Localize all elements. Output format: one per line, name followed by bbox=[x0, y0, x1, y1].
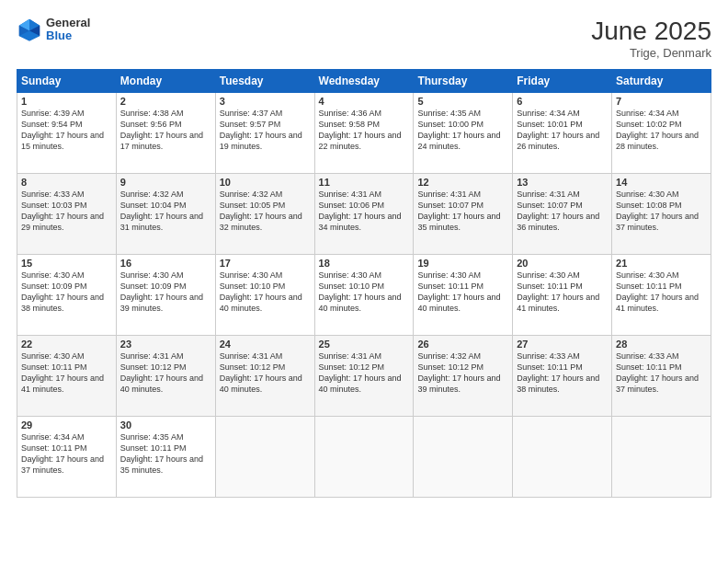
day-info: Sunrise: 4:33 AM Sunset: 10:11 PM Daylig… bbox=[517, 350, 608, 396]
header-friday: Friday bbox=[513, 70, 612, 93]
day-info: Sunrise: 4:32 AM Sunset: 10:12 PM Daylig… bbox=[417, 350, 508, 396]
calendar-cell: 28Sunrise: 4:33 AM Sunset: 10:11 PM Dayl… bbox=[612, 336, 711, 417]
calendar-week-3: 15Sunrise: 4:30 AM Sunset: 10:09 PM Dayl… bbox=[17, 255, 711, 336]
calendar-cell: 23Sunrise: 4:31 AM Sunset: 10:12 PM Dayl… bbox=[116, 336, 215, 417]
calendar-cell: 3Sunrise: 4:37 AM Sunset: 9:57 PM Daylig… bbox=[215, 93, 314, 174]
day-info: Sunrise: 4:30 AM Sunset: 10:11 PM Daylig… bbox=[517, 270, 608, 315]
calendar-cell: 24Sunrise: 4:31 AM Sunset: 10:12 PM Dayl… bbox=[215, 336, 314, 417]
day-info: Sunrise: 4:32 AM Sunset: 10:05 PM Daylig… bbox=[220, 189, 311, 234]
calendar-cell: 19Sunrise: 4:30 AM Sunset: 10:11 PM Dayl… bbox=[414, 255, 513, 336]
day-info: Sunrise: 4:30 AM Sunset: 10:09 PM Daylig… bbox=[21, 270, 112, 315]
day-info: Sunrise: 4:31 AM Sunset: 10:12 PM Daylig… bbox=[120, 350, 211, 396]
calendar-cell bbox=[314, 417, 414, 498]
day-number: 13 bbox=[517, 177, 608, 188]
day-number: 16 bbox=[120, 258, 211, 269]
day-info: Sunrise: 4:31 AM Sunset: 10:07 PM Daylig… bbox=[417, 189, 508, 234]
calendar-cell: 30Sunrise: 4:35 AM Sunset: 10:11 PM Dayl… bbox=[116, 417, 215, 498]
title-block: June 2025 Trige, Denmark bbox=[591, 17, 711, 60]
calendar-cell bbox=[513, 417, 612, 498]
calendar-subtitle: Trige, Denmark bbox=[591, 46, 711, 60]
calendar-header: Sunday Monday Tuesday Wednesday Thursday… bbox=[17, 70, 711, 93]
header-sunday: Sunday bbox=[17, 70, 117, 93]
day-number: 21 bbox=[616, 258, 707, 269]
calendar-week-2: 8Sunrise: 4:33 AM Sunset: 10:03 PM Dayli… bbox=[17, 174, 711, 255]
calendar-cell: 12Sunrise: 4:31 AM Sunset: 10:07 PM Dayl… bbox=[414, 174, 513, 255]
calendar-cell: 14Sunrise: 4:30 AM Sunset: 10:08 PM Dayl… bbox=[612, 174, 711, 255]
day-info: Sunrise: 4:31 AM Sunset: 10:06 PM Daylig… bbox=[319, 189, 410, 234]
calendar-cell: 4Sunrise: 4:36 AM Sunset: 9:58 PM Daylig… bbox=[314, 93, 414, 174]
calendar-cell: 5Sunrise: 4:35 AM Sunset: 10:00 PM Dayli… bbox=[414, 93, 513, 174]
day-number: 4 bbox=[319, 96, 410, 107]
logo: General Blue bbox=[17, 17, 90, 43]
day-number: 6 bbox=[517, 96, 608, 107]
calendar-cell: 8Sunrise: 4:33 AM Sunset: 10:03 PM Dayli… bbox=[17, 174, 117, 255]
day-info: Sunrise: 4:34 AM Sunset: 10:11 PM Daylig… bbox=[21, 431, 112, 477]
calendar-table: Sunday Monday Tuesday Wednesday Thursday… bbox=[17, 69, 711, 498]
calendar-cell: 11Sunrise: 4:31 AM Sunset: 10:06 PM Dayl… bbox=[314, 174, 414, 255]
header-thursday: Thursday bbox=[414, 70, 513, 93]
day-number: 23 bbox=[120, 339, 211, 350]
header-monday: Monday bbox=[116, 70, 215, 93]
calendar-cell: 15Sunrise: 4:30 AM Sunset: 10:09 PM Dayl… bbox=[17, 255, 117, 336]
day-number: 8 bbox=[21, 177, 112, 188]
day-number: 25 bbox=[319, 339, 410, 350]
calendar-week-4: 22Sunrise: 4:30 AM Sunset: 10:11 PM Dayl… bbox=[17, 336, 711, 417]
day-number: 5 bbox=[417, 96, 508, 107]
header-wednesday: Wednesday bbox=[314, 70, 414, 93]
calendar-title: June 2025 bbox=[591, 17, 711, 46]
day-number: 19 bbox=[417, 258, 508, 269]
day-number: 20 bbox=[517, 258, 608, 269]
calendar-cell: 7Sunrise: 4:34 AM Sunset: 10:02 PM Dayli… bbox=[612, 93, 711, 174]
day-number: 12 bbox=[417, 177, 508, 188]
logo-blue: Blue bbox=[46, 29, 90, 42]
day-info: Sunrise: 4:30 AM Sunset: 10:10 PM Daylig… bbox=[319, 270, 410, 315]
day-info: Sunrise: 4:31 AM Sunset: 10:12 PM Daylig… bbox=[220, 350, 311, 396]
calendar-cell bbox=[612, 417, 711, 498]
day-info: Sunrise: 4:32 AM Sunset: 10:04 PM Daylig… bbox=[120, 189, 211, 234]
day-number: 7 bbox=[616, 96, 707, 107]
day-info: Sunrise: 4:30 AM Sunset: 10:10 PM Daylig… bbox=[220, 270, 311, 315]
day-info: Sunrise: 4:30 AM Sunset: 10:11 PM Daylig… bbox=[21, 350, 112, 396]
calendar-cell: 2Sunrise: 4:38 AM Sunset: 9:56 PM Daylig… bbox=[116, 93, 215, 174]
day-number: 2 bbox=[120, 96, 211, 107]
calendar-cell: 18Sunrise: 4:30 AM Sunset: 10:10 PM Dayl… bbox=[314, 255, 414, 336]
day-number: 10 bbox=[220, 177, 311, 188]
calendar-cell: 13Sunrise: 4:31 AM Sunset: 10:07 PM Dayl… bbox=[513, 174, 612, 255]
calendar-body: 1Sunrise: 4:39 AM Sunset: 9:54 PM Daylig… bbox=[17, 93, 711, 498]
day-info: Sunrise: 4:30 AM Sunset: 10:11 PM Daylig… bbox=[616, 270, 707, 315]
calendar-cell: 1Sunrise: 4:39 AM Sunset: 9:54 PM Daylig… bbox=[17, 93, 117, 174]
calendar-cell: 9Sunrise: 4:32 AM Sunset: 10:04 PM Dayli… bbox=[116, 174, 215, 255]
calendar-cell: 21Sunrise: 4:30 AM Sunset: 10:11 PM Dayl… bbox=[612, 255, 711, 336]
calendar-cell: 16Sunrise: 4:30 AM Sunset: 10:09 PM Dayl… bbox=[116, 255, 215, 336]
day-number: 17 bbox=[220, 258, 311, 269]
logo-text: General Blue bbox=[46, 17, 90, 43]
calendar-cell bbox=[215, 417, 314, 498]
day-number: 30 bbox=[120, 419, 211, 431]
day-info: Sunrise: 4:35 AM Sunset: 10:11 PM Daylig… bbox=[120, 431, 211, 477]
day-info: Sunrise: 4:31 AM Sunset: 10:12 PM Daylig… bbox=[319, 350, 410, 396]
calendar-cell: 26Sunrise: 4:32 AM Sunset: 10:12 PM Dayl… bbox=[414, 336, 513, 417]
day-number: 24 bbox=[220, 339, 311, 350]
day-number: 22 bbox=[21, 339, 112, 350]
day-info: Sunrise: 4:36 AM Sunset: 9:58 PM Dayligh… bbox=[319, 108, 410, 153]
calendar-week-5: 29Sunrise: 4:34 AM Sunset: 10:11 PM Dayl… bbox=[17, 417, 711, 498]
day-info: Sunrise: 4:37 AM Sunset: 9:57 PM Dayligh… bbox=[220, 108, 311, 153]
calendar-cell: 10Sunrise: 4:32 AM Sunset: 10:05 PM Dayl… bbox=[215, 174, 314, 255]
day-number: 1 bbox=[21, 96, 112, 107]
page-header: General Blue June 2025 Trige, Denmark bbox=[17, 17, 711, 60]
day-number: 28 bbox=[616, 339, 707, 350]
logo-general: General bbox=[46, 17, 90, 29]
day-number: 3 bbox=[220, 96, 311, 107]
header-saturday: Saturday bbox=[612, 70, 711, 93]
day-info: Sunrise: 4:30 AM Sunset: 10:11 PM Daylig… bbox=[417, 270, 508, 315]
day-info: Sunrise: 4:30 AM Sunset: 10:08 PM Daylig… bbox=[616, 189, 707, 234]
day-number: 26 bbox=[417, 339, 508, 350]
day-info: Sunrise: 4:38 AM Sunset: 9:56 PM Dayligh… bbox=[120, 108, 211, 153]
day-number: 27 bbox=[517, 339, 608, 350]
calendar-cell bbox=[414, 417, 513, 498]
day-number: 18 bbox=[319, 258, 410, 269]
calendar-week-1: 1Sunrise: 4:39 AM Sunset: 9:54 PM Daylig… bbox=[17, 93, 711, 174]
day-info: Sunrise: 4:34 AM Sunset: 10:02 PM Daylig… bbox=[616, 108, 707, 153]
day-number: 15 bbox=[21, 258, 112, 269]
calendar-cell: 22Sunrise: 4:30 AM Sunset: 10:11 PM Dayl… bbox=[17, 336, 117, 417]
